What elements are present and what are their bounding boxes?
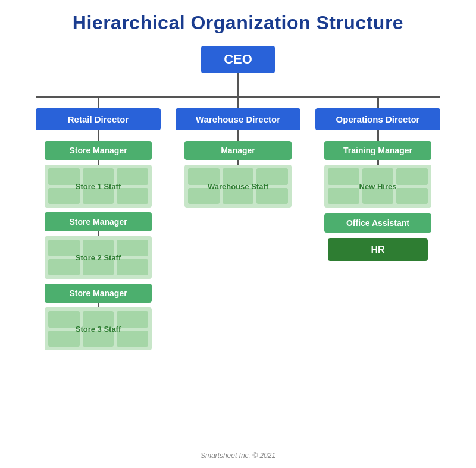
staff-cell	[328, 188, 359, 205]
staff-cell	[117, 331, 148, 347]
ops-training-group: Training Manager New Hires	[315, 141, 440, 208]
staff-cell	[48, 188, 80, 205]
retail-director-col: Retail Director Store Manager	[36, 98, 161, 350]
warehouse-group: Manager Warehouse Staff	[176, 141, 300, 208]
staff-cell	[117, 188, 148, 205]
staff-cell	[83, 240, 114, 256]
ops-director-col: Operations Director Training Manager	[315, 98, 440, 350]
staff-cell	[83, 259, 114, 276]
ops-training-manager: Training Manager	[324, 141, 432, 160]
warehouse-manager: Manager	[184, 141, 292, 160]
staff-cell	[328, 168, 359, 185]
node-ops-director: Operations Director	[315, 108, 440, 130]
store3-staff-box: Store 3 Staff	[45, 307, 152, 350]
node-office-assistant: Office Assistant	[324, 213, 432, 233]
staff-cell	[48, 240, 80, 256]
staff-cell	[83, 311, 114, 328]
warehouse-vline-top	[237, 98, 239, 108]
staff-cell	[117, 259, 148, 276]
warehouse-vline-1	[237, 130, 239, 141]
staff-cell	[188, 188, 220, 205]
staff-cell	[396, 168, 428, 185]
staff-cell	[223, 168, 254, 185]
staff-cell	[117, 311, 148, 328]
footer-text: Smartsheet Inc. © 2021	[201, 451, 275, 460]
warehouse-staff-box: Warehouse Staff	[184, 165, 292, 208]
retail-vline-top	[98, 98, 99, 108]
staff-cell	[83, 188, 114, 205]
staff-cell	[256, 168, 288, 185]
page: Hierarchical Organization Structure CEO …	[0, 0, 476, 468]
retail-manager-2: Store Manager	[45, 212, 152, 231]
staff-cell	[188, 168, 220, 185]
newhires-staff-box: New Hires	[324, 165, 432, 208]
ceo-vline	[237, 73, 239, 96]
retail-store2-group: Store Manager Store 2 Staff	[36, 212, 161, 279]
staff-cell	[83, 168, 114, 185]
staff-cell	[117, 240, 148, 256]
warehouse-director-col: Warehouse Director Manager	[176, 98, 300, 350]
staff-cell	[83, 331, 114, 347]
staff-cell	[256, 188, 288, 205]
node-retail-director: Retail Director	[36, 108, 161, 130]
ops-vline-top	[377, 98, 379, 108]
store2-staff-box: Store 2 Staff	[45, 236, 152, 279]
staff-cell	[48, 168, 80, 185]
node-ceo: CEO	[201, 46, 275, 73]
staff-cell	[396, 188, 428, 205]
retail-manager-1: Store Manager	[45, 141, 152, 160]
staff-cell	[362, 188, 394, 205]
staff-cell	[117, 168, 148, 185]
director-row: Retail Director Store Manager	[36, 98, 440, 350]
store1-staff-box: Store 1 Staff	[45, 165, 152, 208]
staff-cell	[48, 311, 80, 328]
org-chart: CEO Retail Director Store Manager	[18, 46, 458, 350]
staff-cell	[223, 188, 254, 205]
retail-vline-1	[98, 130, 99, 141]
staff-cell	[362, 168, 394, 185]
retail-manager-3: Store Manager	[45, 284, 152, 303]
retail-store3-group: Store Manager Store 3 Staff	[36, 284, 161, 350]
ops-vline-1	[377, 130, 379, 141]
page-title: Hierarchical Organization Structure	[18, 12, 458, 34]
node-warehouse-director: Warehouse Director	[176, 108, 300, 130]
node-hr: HR	[328, 238, 428, 261]
staff-cell	[48, 331, 80, 347]
retail-store1-group: Store Manager Store 1 Staff	[36, 141, 161, 208]
staff-cell	[48, 259, 80, 276]
